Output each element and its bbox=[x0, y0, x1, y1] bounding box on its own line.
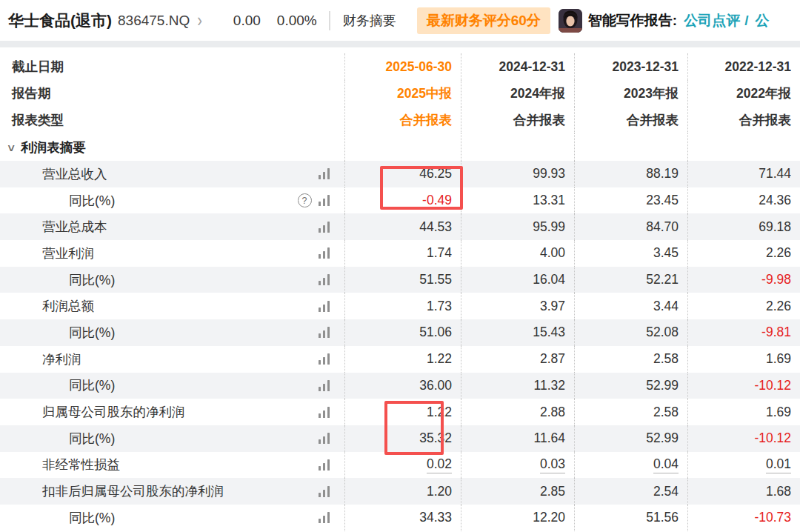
value-text: 88.19 bbox=[646, 166, 679, 182]
value-text: 52.08 bbox=[646, 325, 679, 340]
value-cell: 69.18 bbox=[687, 213, 800, 240]
period-header-cell[interactable]: 2025-06-30 bbox=[344, 53, 461, 80]
value-text: 23.45 bbox=[646, 193, 679, 208]
table-row: 营业总成本 44.5395.9984.7069.18 bbox=[0, 213, 800, 240]
bar-chart-icon[interactable] bbox=[319, 459, 330, 471]
value-text: 11.64 bbox=[534, 430, 566, 446]
value-text[interactable]: 0.01 bbox=[766, 456, 791, 473]
value-cell: 52.21 bbox=[574, 267, 687, 293]
value-text[interactable]: 0.04 bbox=[653, 456, 679, 473]
row-icons bbox=[319, 301, 330, 312]
value-cell: 34.33 bbox=[344, 505, 461, 531]
period-header-cell[interactable]: 2022-12-31 bbox=[687, 53, 800, 80]
bar-chart-icon[interactable] bbox=[319, 433, 330, 444]
row-label-cell: 非经常性损益 bbox=[0, 452, 344, 479]
value-cell: 95.99 bbox=[461, 213, 574, 240]
value-cell: 23.45 bbox=[574, 187, 687, 214]
bar-chart-icon[interactable] bbox=[319, 407, 330, 418]
value-cell: -10.12 bbox=[687, 425, 800, 452]
section-toggle[interactable]: ∨ 利润表摘要 bbox=[0, 139, 344, 156]
company-review-link[interactable]: 公司点评 bbox=[684, 11, 740, 30]
value-cell: 16.04 bbox=[461, 267, 574, 293]
bar-chart-icon[interactable] bbox=[319, 380, 330, 391]
value-cell: 0.04 bbox=[574, 452, 687, 479]
chevron-right-icon[interactable]: › bbox=[197, 10, 202, 31]
help-icon[interactable]: ? bbox=[298, 193, 312, 207]
row-icons bbox=[319, 486, 330, 497]
bar-chart-icon[interactable] bbox=[319, 353, 330, 365]
value-cell: 2.58 bbox=[574, 346, 687, 373]
value-cell: 52.99 bbox=[574, 425, 687, 452]
value-cell: 51.55 bbox=[344, 267, 461, 293]
stock-change-percent: 0.00% bbox=[277, 13, 317, 29]
back-chevron-icon[interactable]: ‹ bbox=[0, 9, 4, 32]
value-text: 51.06 bbox=[419, 325, 452, 340]
bar-chart-icon[interactable] bbox=[319, 301, 330, 312]
value-cell: 2.26 bbox=[687, 293, 800, 319]
value-cell: -9.81 bbox=[687, 319, 800, 346]
value-text: 1.73 bbox=[427, 299, 452, 314]
titlebar: ‹ 华士食品(退市) 836475.NQ › 0.00 0.00% 财务摘要 最… bbox=[0, 0, 800, 41]
value-cell: 24.36 bbox=[687, 187, 800, 214]
stock-price: 0.00 bbox=[233, 13, 261, 29]
period-header-cell[interactable]: 2022年报 bbox=[687, 80, 800, 107]
value-text: -10.12 bbox=[754, 430, 791, 446]
table-row: 净利润 1.222.872.581.69 bbox=[0, 346, 800, 373]
period-header-cell[interactable]: 2024-12-31 bbox=[461, 53, 574, 80]
period-header-cell[interactable]: 合并报表 bbox=[574, 107, 687, 133]
table-row: 同比(%) 36.0011.3252.99-10.12 bbox=[0, 373, 800, 399]
bar-chart-icon[interactable] bbox=[319, 512, 330, 523]
bar-chart-icon[interactable] bbox=[319, 247, 330, 259]
value-cell: 52.08 bbox=[574, 319, 687, 346]
value-cell: 2.54 bbox=[574, 478, 687, 505]
header-row-label: 截止日期 bbox=[0, 58, 344, 76]
period-header-cell[interactable]: 2025中报 bbox=[344, 80, 461, 107]
value-cell: 0.01 bbox=[687, 452, 800, 479]
value-cell: 1.20 bbox=[344, 478, 461, 505]
period-header-cell[interactable]: 2023-12-31 bbox=[574, 53, 687, 80]
bar-chart-icon[interactable] bbox=[319, 486, 330, 497]
table-row: 归属母公司股东的净利润 1.222.882.581.69 bbox=[0, 399, 800, 425]
value-text: -0.49 bbox=[422, 193, 452, 208]
bar-chart-icon[interactable] bbox=[319, 327, 330, 338]
bar-chart-icon[interactable] bbox=[319, 195, 330, 206]
value-text: 52.99 bbox=[646, 430, 679, 446]
row-label-cell: 同比(%) bbox=[0, 505, 344, 531]
score-badge[interactable]: 最新财务评分60分 bbox=[417, 7, 550, 34]
bar-chart-icon[interactable] bbox=[319, 222, 330, 233]
value-cell: 1.68 bbox=[687, 478, 800, 505]
row-label-cell: 扣非后归属母公司股东的净利润 bbox=[0, 478, 344, 505]
bar-chart-icon[interactable] bbox=[319, 168, 330, 179]
value-cell: 2.85 bbox=[461, 478, 574, 505]
tab-financial-summary[interactable]: 财务摘要 bbox=[343, 12, 396, 30]
value-cell: -9.98 bbox=[687, 267, 800, 293]
truncated-link[interactable]: 公 bbox=[755, 11, 769, 30]
value-text: 36.00 bbox=[419, 378, 452, 393]
value-cell: -0.49 bbox=[344, 187, 461, 214]
period-header-cell[interactable]: 合并报表 bbox=[461, 107, 574, 133]
period-header-cell[interactable]: 合并报表 bbox=[344, 107, 461, 133]
value-cell: 2.58 bbox=[574, 399, 687, 425]
row-label: 营业利润 bbox=[42, 245, 94, 262]
table-row: 同比(%) 34.3312.2051.56-10.73 bbox=[0, 505, 800, 531]
value-text[interactable]: 0.02 bbox=[427, 456, 452, 473]
period-header-cell[interactable]: 2023年报 bbox=[574, 80, 687, 107]
table-row: 同比(%) ? -0.4913.3123.4524.36 bbox=[0, 187, 800, 214]
row-label: 同比(%) bbox=[69, 376, 115, 394]
row-label: 归属母公司股东的净利润 bbox=[42, 403, 185, 421]
value-cell: 0.03 bbox=[461, 452, 574, 479]
period-header-cell[interactable]: 2024年报 bbox=[461, 80, 574, 107]
value-cell: 15.43 bbox=[461, 319, 574, 346]
value-cell: 1.22 bbox=[344, 346, 461, 373]
period-header-cell[interactable]: 合并报表 bbox=[687, 107, 800, 133]
row-label: 同比(%) bbox=[69, 430, 115, 448]
value-text: 2.26 bbox=[766, 299, 791, 314]
row-icons bbox=[319, 247, 330, 259]
row-label: 同比(%) bbox=[69, 271, 115, 289]
bar-chart-icon[interactable] bbox=[319, 274, 330, 285]
row-icons bbox=[319, 327, 330, 338]
value-text[interactable]: 0.03 bbox=[540, 456, 565, 473]
ai-anchor-avatar bbox=[559, 9, 582, 33]
row-icons bbox=[319, 274, 330, 285]
row-icons: ? bbox=[298, 193, 330, 207]
